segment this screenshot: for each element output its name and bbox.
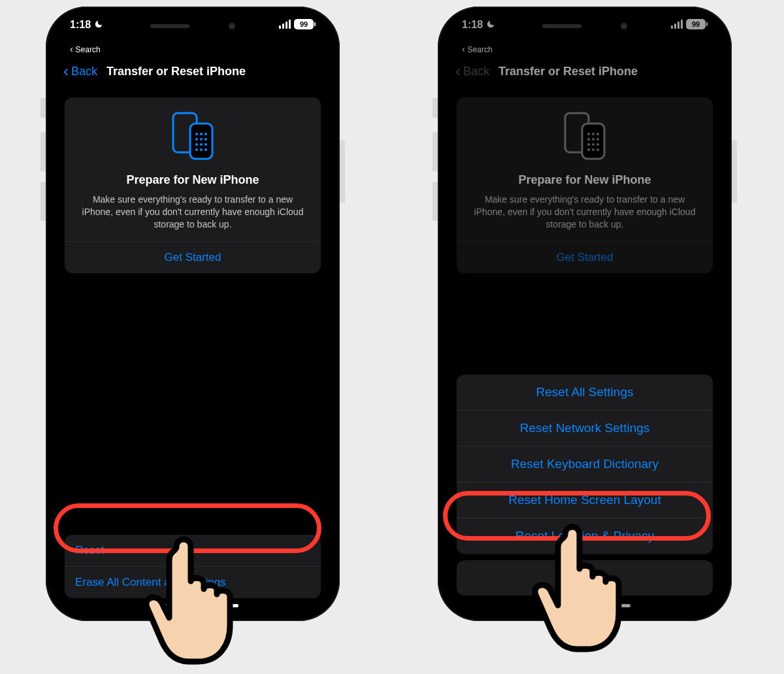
volume-down-button[interactable] [41,182,46,221]
prepare-heading: Prepare for New iPhone [78,173,308,187]
svg-point-27 [596,148,599,151]
bottom-list: Reset Erase All Content and Settings [65,535,321,598]
reset-location-privacy-button[interactable]: Reset Location & Privacy [457,518,713,554]
prepare-card: Prepare for New iPhone Make sure everyth… [65,97,321,273]
prepare-heading: Prepare for New iPhone [470,173,700,187]
nav-header: ‹ Back Transfer or Reset iPhone [448,54,722,88]
get-started-button: Get Started [470,242,700,273]
moon-icon [94,20,103,31]
status-time: 1:18 [70,19,91,31]
svg-point-17 [592,133,595,135]
svg-point-4 [204,133,207,135]
svg-point-20 [592,138,595,141]
silent-switch[interactable] [433,98,438,118]
svg-point-12 [200,148,203,151]
svg-point-5 [195,138,198,141]
front-camera [229,23,235,29]
reset-network-settings-button[interactable]: Reset Network Settings [457,410,713,446]
reset-action-sheet: Reset All Settings Reset Network Setting… [457,375,713,596]
screen-right: 1:18 99 Search ‹ Back Transfer or Reset … [448,16,722,611]
notch [131,16,255,36]
svg-point-9 [200,143,203,146]
prepare-body: Make sure everything's ready to transfer… [78,194,308,231]
reset-home-screen-layout-button[interactable]: Reset Home Screen Layout [457,482,713,518]
svg-point-24 [596,143,599,146]
page-title: Transfer or Reset iPhone [106,65,246,78]
chevron-left-icon[interactable]: ‹ [63,63,69,79]
volume-up-button[interactable] [41,132,46,171]
svg-point-18 [596,133,599,135]
status-time: 1:18 [462,19,483,31]
moon-icon [486,20,495,31]
devices-icon [78,109,308,163]
signal-icon [671,20,683,29]
svg-point-3 [200,133,203,135]
battery-icon: 99 [686,19,708,29]
svg-point-16 [587,133,590,135]
reset-all-settings-button[interactable]: Reset All Settings [457,375,713,410]
svg-point-13 [204,148,207,151]
power-button[interactable] [340,141,345,203]
back-button-disabled: Back [463,65,489,78]
phone-frame-right: 1:18 99 Search ‹ Back Transfer or Reset … [438,7,732,621]
svg-point-7 [204,138,207,141]
battery-icon: 99 [294,19,316,29]
reset-keyboard-dictionary-button[interactable]: Reset Keyboard Dictionary [457,446,713,482]
svg-point-10 [204,143,207,146]
breadcrumb-back[interactable]: Search [56,44,330,54]
sheet-group: Reset All Settings Reset Network Setting… [457,375,713,554]
page-title: Transfer or Reset iPhone [498,65,638,78]
back-button[interactable]: Back [71,65,97,78]
devices-icon [470,109,700,163]
home-indicator[interactable] [147,604,238,607]
nav-header: ‹ Back Transfer or Reset iPhone [56,54,330,88]
phone-frame-left: 1:18 99 Search ‹ Back Transfer or Reset … [46,7,340,621]
volume-up-button[interactable] [433,132,438,171]
chevron-left-icon: ‹ [455,63,461,79]
notch [523,16,647,36]
svg-point-26 [592,148,595,151]
svg-point-11 [195,148,198,151]
front-camera [621,23,627,29]
svg-point-19 [587,138,590,141]
prepare-card: Prepare for New iPhone Make sure everyth… [457,97,713,273]
erase-all-row[interactable]: Erase All Content and Settings [65,566,321,598]
svg-point-25 [587,148,590,151]
svg-point-8 [195,143,198,146]
signal-icon [279,20,291,29]
cancel-button[interactable] [457,560,713,596]
svg-point-23 [592,143,595,146]
power-button[interactable] [732,141,737,203]
volume-down-button[interactable] [433,182,438,221]
svg-point-6 [200,138,203,141]
silent-switch[interactable] [41,98,46,118]
speaker [542,24,581,28]
speaker [150,24,189,28]
svg-rect-15 [582,124,604,159]
svg-rect-1 [190,124,212,159]
screen-left: 1:18 99 Search ‹ Back Transfer or Reset … [56,16,330,611]
breadcrumb-back[interactable]: Search [448,44,722,54]
svg-point-22 [587,143,590,146]
home-indicator[interactable] [539,604,630,607]
reset-row[interactable]: Reset [65,535,321,566]
get-started-button[interactable]: Get Started [78,242,308,273]
prepare-body: Make sure everything's ready to transfer… [470,194,700,231]
svg-point-2 [195,133,198,135]
svg-point-21 [596,138,599,141]
